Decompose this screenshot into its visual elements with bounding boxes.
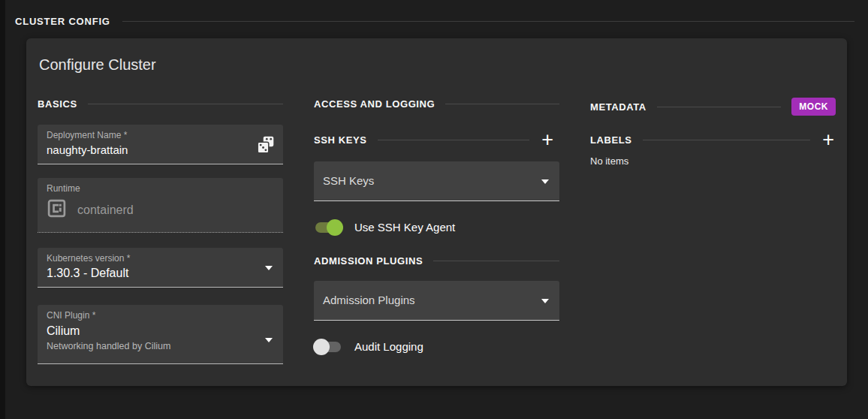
basics-column: BASICS Deployment Name * naughty-brattai… [38, 98, 283, 364]
basics-divider [88, 104, 283, 104]
card-title: Configure Cluster [39, 56, 836, 74]
page-left-border [0, 0, 5, 419]
kubernetes-version-select[interactable]: Kubernetes version * 1.30.3 - Default [38, 248, 283, 288]
audit-logging-toggle-label: Audit Logging [354, 340, 423, 353]
metadata-column: METADATA MOCK LABELS + No items [590, 98, 836, 364]
ssh-agent-toggle-label: Use SSH Key Agent [354, 221, 455, 234]
toggle-knob [313, 339, 330, 355]
kubernetes-version-value: 1.30.3 - Default [47, 265, 274, 282]
deployment-name-value[interactable]: naughty-brattain [47, 142, 274, 158]
metadata-divider [657, 107, 781, 107]
dice-icon[interactable] [256, 135, 276, 158]
audit-logging-toggle[interactable] [315, 342, 341, 352]
form-grid: BASICS Deployment Name * naughty-brattai… [38, 98, 836, 364]
access-logging-column: ACCESS AND LOGGING SSH KEYS + SSH Keys U… [314, 98, 559, 364]
mock-badge: MOCK [791, 98, 836, 116]
access-section-label: ACCESS AND LOGGING [314, 98, 435, 110]
basics-section-header: BASICS [38, 98, 283, 110]
audit-logging-toggle-row: Audit Logging [315, 340, 559, 353]
runtime-row: containerd [47, 198, 274, 222]
admission-plugins-select[interactable]: Admission Plugins [314, 281, 559, 321]
cni-plugin-description: Networking handled by Cilium [47, 341, 274, 351]
ssh-agent-toggle-row: Use SSH Key Agent [315, 221, 559, 234]
access-section-header: ACCESS AND LOGGING [314, 98, 559, 110]
labels-header-label: LABELS [590, 134, 632, 146]
runtime-value: containerd [77, 202, 134, 219]
access-divider [445, 104, 559, 104]
configure-cluster-card: Configure Cluster BASICS Deployment Name… [26, 38, 847, 386]
cni-plugin-select[interactable]: CNI Plugin * Cilium Networking handled b… [38, 305, 283, 364]
ssh-keys-header-row: SSH KEYS + [314, 132, 559, 147]
runtime-label: Runtime [47, 183, 274, 194]
labels-empty-text: No items [590, 155, 836, 167]
deployment-name-label: Deployment Name * [47, 130, 274, 140]
chevron-down-icon [541, 179, 549, 184]
containerd-icon [47, 198, 67, 222]
ssh-keys-select-value: SSH Keys [323, 173, 550, 189]
basics-section-label: BASICS [38, 98, 77, 110]
page-title: CLUSTER CONFIG [15, 16, 110, 27]
add-ssh-key-button[interactable]: + [541, 132, 553, 147]
labels-header-row: LABELS + [590, 132, 836, 147]
ssh-keys-header-label: SSH KEYS [314, 134, 367, 146]
chevron-down-icon [541, 299, 549, 303]
runtime-field: Runtime containerd [38, 178, 283, 233]
chevron-down-icon [265, 338, 273, 342]
metadata-section-header: METADATA MOCK [590, 98, 836, 116]
chevron-down-icon [265, 266, 273, 270]
deployment-name-field[interactable]: Deployment Name * naughty-brattain [38, 125, 283, 164]
admission-plugins-header-row: ADMISSION PLUGINS [314, 255, 559, 267]
metadata-section-label: METADATA [590, 101, 646, 113]
ssh-agent-toggle[interactable] [315, 222, 341, 233]
add-label-button[interactable]: + [822, 132, 834, 147]
labels-divider [643, 140, 811, 140]
admission-plugins-header-label: ADMISSION PLUGINS [314, 255, 423, 267]
cni-plugin-label: CNI Plugin * [47, 310, 274, 321]
admission-plugins-divider [433, 261, 559, 261]
header-divider [122, 21, 854, 22]
ssh-keys-divider [378, 140, 530, 140]
ssh-keys-select[interactable]: SSH Keys [314, 161, 559, 201]
admission-plugins-select-value: Admission Plugins [323, 292, 550, 309]
page-header: CLUSTER CONFIG [0, 0, 868, 27]
cni-plugin-value: Cilium [47, 323, 274, 339]
kubernetes-version-label: Kubernetes version * [47, 253, 274, 264]
toggle-knob [327, 219, 343, 236]
